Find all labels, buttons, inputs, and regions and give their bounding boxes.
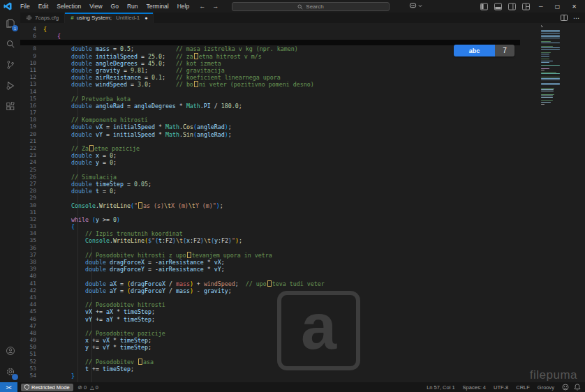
code-line[interactable]: 31 <box>20 209 585 216</box>
nav-forward-icon[interactable]: → <box>212 3 219 10</box>
code-text: double x = 0; <box>43 152 585 159</box>
line-number: 8 <box>20 45 43 52</box>
code-line[interactable]: 25 <box>20 167 585 174</box>
split-editor-icon[interactable] <box>561 15 568 21</box>
code-line[interactable]: 21 <box>20 138 585 145</box>
modified-dot-icon[interactable]: ● <box>145 15 147 20</box>
code-line[interactable]: 15 // Pretvorba kota <box>20 96 585 103</box>
code-line[interactable]: 29 <box>20 195 585 202</box>
code-line[interactable]: 36 <box>20 245 585 252</box>
code-line[interactable]: 35 Console.WriteLine($"{t:F2}\t{x:F2}\t{… <box>20 237 585 244</box>
toggle-primary-sidebar-icon[interactable] <box>480 3 488 10</box>
code-line[interactable]: 11 double gravity = 9.81; // gravitacija <box>20 67 585 74</box>
status-cursor-position[interactable]: Ln 57, Col 1 <box>427 384 454 391</box>
missing-glyph-box <box>187 252 191 258</box>
code-line[interactable]: 34 // Izpis trenutnih koordinat <box>20 230 585 237</box>
menu-go[interactable]: Go <box>107 3 123 10</box>
abc-badge-count: 7 <box>495 45 514 56</box>
menu-terminal[interactable]: Terminal <box>142 3 173 10</box>
feedback-smiley-icon[interactable] <box>562 384 569 391</box>
code-line[interactable]: 6 { <box>20 33 585 40</box>
code-line[interactable]: 23 double x = 0; <box>20 152 585 159</box>
code-line[interactable]: 32 while (y >= 0) <box>20 216 585 223</box>
copilot-button[interactable] <box>409 2 422 9</box>
code-line[interactable]: 28 double t = 0; <box>20 188 585 195</box>
code-line[interactable]: 19 double vX = initialSpeed * Math.Cos(a… <box>20 123 585 130</box>
problems-indicator[interactable]: ⊘ 0 △ 0 <box>78 384 98 391</box>
code-line[interactable]: 40 <box>20 273 585 280</box>
close-button[interactable]: ✕ <box>569 3 579 10</box>
minimap-line <box>541 100 553 101</box>
code-line[interactable]: 14 <box>20 89 585 96</box>
abc-overlay-badge[interactable]: abc 7 <box>454 45 514 56</box>
menu-run[interactable]: Run <box>123 3 142 10</box>
menu-file[interactable]: File <box>16 3 34 10</box>
minimap-line <box>541 94 554 95</box>
menu-view[interactable]: View <box>85 3 106 10</box>
explorer-button[interactable]: 1 <box>0 13 20 33</box>
menu-edit[interactable]: Edit <box>34 3 53 10</box>
tab-description: Untitled-1 <box>116 15 140 21</box>
settings-button[interactable] <box>0 361 20 382</box>
code-line[interactable]: 4{ <box>20 26 585 33</box>
code-line[interactable]: 12 double airResistance = 0.1; // koefic… <box>20 74 585 81</box>
tab-untitled-1[interactable]: # using System; Untitled-1 ● <box>65 13 154 23</box>
menu-help[interactable]: Help <box>173 3 193 10</box>
code-line[interactable]: 26 // Simulacija <box>20 174 585 181</box>
code-line[interactable]: 18 // Komponente hitrosti <box>20 116 585 123</box>
line-number: 17 <box>20 110 43 116</box>
source-control-button[interactable] <box>0 54 20 75</box>
code-line[interactable]: 38 double dragForceX = -airResistance * … <box>20 259 585 266</box>
code-line[interactable]: 27 double timeStep = 0.05; <box>20 181 585 188</box>
code-line[interactable]: 41 double aX = (dragForceX / mass) + win… <box>20 280 585 287</box>
code-line[interactable]: 54 } <box>20 372 585 379</box>
minimap-line <box>541 47 560 48</box>
code-line[interactable]: 33 { <box>20 223 585 230</box>
code-line[interactable]: 13 double windSpeed = 3.0; // boni veter… <box>20 81 585 88</box>
search-placeholder: Search <box>306 3 323 10</box>
toggle-secondary-sidebar-icon[interactable] <box>508 3 516 10</box>
more-actions-icon[interactable]: ⋯ <box>573 15 579 22</box>
code-line[interactable]: 22 // Zaetne pozicije <box>20 145 585 152</box>
code-line[interactable]: 17 <box>20 110 585 116</box>
code-line[interactable]: 24 double y = 0; <box>20 159 585 166</box>
code-text: } <box>43 372 585 379</box>
code-line[interactable]: 39 double dragForceY = -airResistance * … <box>20 266 585 273</box>
status-indentation[interactable]: Spaces: 4 <box>463 384 486 391</box>
minimap[interactable] <box>541 25 562 137</box>
line-number: 33 <box>20 223 43 230</box>
search-sidebar-button[interactable] <box>0 33 20 54</box>
account-icon <box>6 346 15 356</box>
notifications-bell-icon[interactable] <box>574 384 581 391</box>
code-line[interactable]: 37 // Posodobitev hitrosti z upotevanjem… <box>20 252 585 259</box>
code-line[interactable]: 10 double angleDegrees = 45.0; // kot iz… <box>20 60 585 67</box>
nav-back-icon[interactable]: ← <box>199 3 205 10</box>
line-number: 52 <box>20 359 43 365</box>
code-line[interactable]: 16 double angleRad = angleDegrees * Math… <box>20 103 585 110</box>
account-button[interactable] <box>0 340 20 361</box>
code-line[interactable]: 30 Console.WriteLine("as (s)\tX (m)\tY (… <box>20 202 585 209</box>
status-right-items: Ln 57, Col 1Spaces: 4UTF-8CRLFGroovy <box>427 384 554 391</box>
maximize-button[interactable]: ▢ <box>552 3 563 10</box>
menu-selection[interactable]: Selection <box>52 3 85 10</box>
line-number: 28 <box>20 188 43 195</box>
code-line[interactable]: 20 double vY = initialSpeed * Math.Sin(a… <box>20 131 585 138</box>
status-eol[interactable]: CRLF <box>516 384 530 391</box>
remote-indicator[interactable]: >< <box>0 382 17 392</box>
restricted-mode-badge[interactable]: Restricted Mode <box>21 384 73 391</box>
remote-icon: >< <box>6 385 11 390</box>
search-input[interactable]: Search <box>232 2 390 11</box>
activity-bar: 1 <box>0 13 21 382</box>
status-language-mode[interactable]: Groovy <box>538 384 554 391</box>
customize-layout-icon[interactable] <box>522 3 530 10</box>
minimap-line <box>541 91 554 91</box>
line-number: 34 <box>20 230 43 237</box>
run-debug-button[interactable] <box>0 75 20 96</box>
tab-7caps-cfg[interactable]: 7caps.cfg <box>20 13 65 23</box>
minimap-line <box>541 97 553 98</box>
extensions-button[interactable] <box>0 96 20 117</box>
toggle-panel-icon[interactable] <box>494 3 502 10</box>
minimize-button[interactable]: ─ <box>536 3 546 10</box>
status-encoding[interactable]: UTF-8 <box>494 384 508 391</box>
minimap-line <box>541 75 562 75</box>
